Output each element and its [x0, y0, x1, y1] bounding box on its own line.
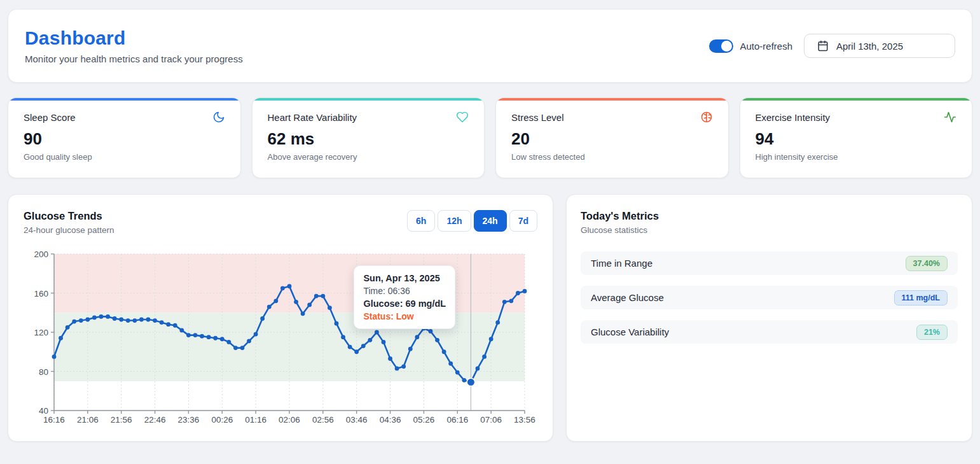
metric-rows: Time in Range 37.40% Average Glucose 111…	[581, 251, 958, 344]
range-button-12h[interactable]: 12h	[438, 210, 471, 232]
tooltip-time: Time: 06:36	[363, 286, 446, 296]
stat-value: 90	[24, 129, 225, 149]
svg-text:07:06: 07:06	[480, 415, 502, 425]
range-button-24h[interactable]: 24h	[474, 210, 507, 232]
date-value: April 13th, 2025	[836, 41, 903, 52]
metric-row-time-in-range: Time in Range 37.40%	[581, 251, 958, 275]
stat-cards-row: Sleep Score 90 Good quality sleep Heart …	[8, 97, 972, 178]
header-titles: Dashboard Monitor your health metrics an…	[25, 27, 243, 64]
todays-metrics-card: Today's Metrics Glucose statistics Time …	[566, 194, 972, 442]
metrics-card-title: Today's Metrics	[581, 210, 958, 222]
stat-value: 94	[756, 129, 957, 149]
heart-icon	[456, 111, 469, 123]
metrics-card-subtitle: Glucose statistics	[581, 225, 958, 235]
glucose-line-chart: 408012016020016:1621:0621:5622:4623:3600…	[24, 249, 537, 430]
svg-text:120: 120	[34, 328, 48, 337]
metric-label: Glucose Variability	[591, 327, 669, 337]
svg-text:16:16: 16:16	[43, 415, 65, 425]
svg-text:06:16: 06:16	[446, 415, 468, 425]
stat-caption: Above average recovery	[268, 152, 469, 162]
svg-text:80: 80	[39, 367, 48, 377]
stat-label: Sleep Score	[24, 112, 76, 123]
svg-text:22:46: 22:46	[144, 415, 166, 425]
header-card: Dashboard Monitor your health metrics an…	[8, 9, 972, 83]
stat-caption: Good quality sleep	[24, 152, 225, 162]
tooltip-glucose: Glucose: 69 mg/dL	[363, 299, 446, 309]
metric-value-badge: 111 mg/dL	[894, 290, 948, 306]
svg-text:13:56: 13:56	[514, 415, 535, 425]
auto-refresh-toggle[interactable]	[709, 39, 733, 53]
svg-text:40: 40	[39, 406, 48, 416]
stat-card-sleep-score: Sleep Score 90 Good quality sleep	[8, 97, 241, 178]
metric-row-average-glucose: Average Glucose 111 mg/dL	[581, 286, 958, 309]
stat-value: 62 ms	[268, 129, 469, 149]
svg-text:05:26: 05:26	[413, 415, 435, 425]
glucose-card-subtitle: 24-hour glucose pattern	[24, 225, 114, 235]
toggle-knob	[721, 41, 732, 52]
metric-label: Time in Range	[591, 258, 652, 269]
range-button-6h[interactable]: 6h	[407, 210, 435, 232]
glucose-chart[interactable]: 408012016020016:1621:0621:5622:4623:3600…	[24, 249, 537, 430]
svg-text:160: 160	[34, 289, 48, 299]
chart-tooltip: Sun, Apr 13, 2025 Time: 06:36 Glucose: 6…	[354, 265, 455, 329]
metric-value-badge: 37.40%	[906, 256, 948, 271]
header-controls: Auto-refresh April 13th, 2025	[709, 34, 955, 58]
svg-text:21:06: 21:06	[77, 415, 99, 425]
svg-text:02:06: 02:06	[279, 415, 300, 425]
tooltip-status: Status: Low	[363, 311, 446, 321]
stat-card-exercise: Exercise Intensity 94 High intensity exe…	[740, 97, 973, 178]
svg-text:03:46: 03:46	[346, 415, 368, 425]
range-button-7d[interactable]: 7d	[509, 210, 537, 232]
svg-text:02:56: 02:56	[312, 415, 334, 425]
metric-value-badge: 21%	[916, 325, 948, 340]
svg-text:01:16: 01:16	[245, 415, 266, 425]
metric-label: Average Glucose	[591, 292, 664, 303]
svg-text:04:36: 04:36	[380, 415, 401, 425]
svg-text:200: 200	[34, 250, 48, 259]
moon-icon	[212, 111, 225, 123]
calendar-icon	[817, 40, 829, 52]
stat-value: 20	[511, 129, 713, 149]
glucose-card-title: Glucose Trends	[24, 210, 114, 222]
page-title: Dashboard	[25, 27, 243, 49]
stat-label: Stress Level	[511, 112, 564, 123]
date-picker-button[interactable]: April 13th, 2025	[804, 34, 955, 58]
stat-caption: High intensity exercise	[756, 152, 957, 162]
svg-text:00:26: 00:26	[211, 415, 233, 425]
bottom-row: Glucose Trends 24-hour glucose pattern 6…	[8, 194, 972, 442]
stat-card-hrv: Heart Rate Variability 62 ms Above avera…	[252, 97, 485, 178]
stat-label: Heart Rate Variability	[268, 112, 357, 123]
stat-card-stress: Stress Level 20 Low stress detected	[495, 97, 729, 178]
brain-icon	[700, 111, 713, 123]
auto-refresh-label: Auto-refresh	[740, 41, 792, 52]
stat-caption: Low stress detected	[511, 152, 713, 162]
tooltip-date: Sun, Apr 13, 2025	[363, 273, 446, 283]
glucose-trends-card: Glucose Trends 24-hour glucose pattern 6…	[8, 194, 553, 442]
svg-text:23:36: 23:36	[178, 415, 200, 425]
activity-icon	[944, 111, 956, 123]
dashboard-page: Dashboard Monitor your health metrics an…	[0, 0, 980, 451]
page-subtitle: Monitor your health metrics and track yo…	[25, 53, 243, 64]
metric-row-glucose-variability: Glucose Variability 21%	[581, 320, 958, 344]
svg-text:21:56: 21:56	[111, 415, 132, 425]
stat-label: Exercise Intensity	[756, 112, 831, 123]
time-range-selector: 6h 12h 24h 7d	[407, 210, 537, 232]
